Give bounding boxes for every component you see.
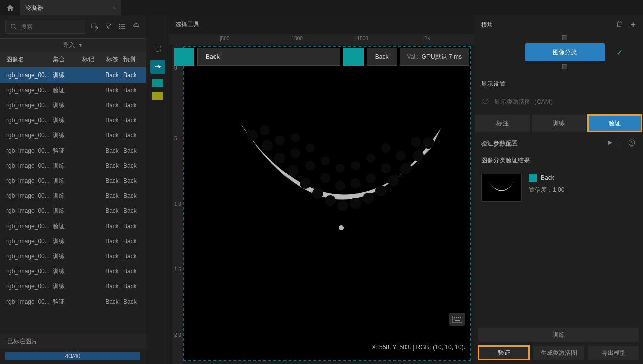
cell-name: rgb_image_00... — [0, 162, 53, 169]
list-icon[interactable] — [118, 22, 126, 32]
cell-set: 训练 — [53, 101, 76, 110]
th-mark[interactable]: 标记 — [76, 55, 101, 64]
node-output — [562, 64, 567, 69]
table-row[interactable]: rgb_image_00...训练BackBack — [0, 279, 146, 294]
table-row[interactable]: rgb_image_00...验证BackBack — [0, 143, 146, 158]
table-row[interactable]: rgb_image_00...验证BackBack — [0, 294, 146, 309]
svg-point-44 — [351, 161, 360, 170]
svg-point-27 — [413, 150, 424, 161]
cell-set: 训练 — [53, 177, 76, 185]
svg-rect-51 — [458, 317, 459, 318]
section-display: 显示设置 — [474, 76, 643, 92]
table-row[interactable]: rgb_image_00...验证BackBack — [0, 219, 146, 234]
search-input[interactable]: 搜索 — [5, 20, 85, 34]
cam-toggle-label[interactable]: 显示类激活图（CAM） — [494, 98, 556, 106]
train-button[interactable]: 训练 — [478, 328, 639, 342]
cell-set: 训练 — [53, 252, 76, 261]
cell-name: rgb_image_00... — [0, 102, 53, 109]
svg-point-37 — [381, 163, 391, 173]
table-row[interactable]: rgb_image_00...训练BackBack — [0, 249, 146, 264]
table-row[interactable]: rgb_image_00...训练BackBack — [0, 113, 146, 128]
th-name[interactable]: 图像名 — [0, 55, 53, 64]
th-pred[interactable]: 预测 — [123, 55, 144, 64]
svg-point-40 — [291, 133, 300, 142]
table-row[interactable]: rgb_image_00...训练BackBack — [0, 98, 146, 113]
close-icon[interactable]: × — [112, 4, 116, 11]
keyboard-icon[interactable] — [449, 313, 465, 326]
result-thumbnail[interactable] — [481, 174, 522, 202]
table-row[interactable]: rgb_image_00...训练BackBack — [0, 264, 146, 279]
image-canvas[interactable] — [183, 46, 471, 361]
module-header: 模块 — [481, 21, 493, 29]
result-label: Back — [541, 174, 554, 181]
table-row[interactable]: rgb_image_00...训练BackBack — [0, 67, 146, 83]
play-icon[interactable]: ▶ — [608, 139, 612, 149]
cell-set: 训练 — [53, 237, 76, 246]
cell-pred: Back — [123, 177, 144, 184]
cell-pred: Back — [123, 147, 144, 154]
tab-validate[interactable]: 验证 — [588, 115, 642, 132]
cell-name: rgb_image_00... — [0, 298, 53, 305]
cell-pred: Back — [123, 132, 144, 139]
cell-pred: Back — [123, 87, 144, 94]
generate-cam-button[interactable]: 生成类激活图 — [533, 346, 584, 360]
cell-name: rgb_image_00... — [0, 132, 53, 139]
import-label: 导入 — [63, 41, 75, 50]
cell-label: Back — [101, 71, 123, 79]
home-icon[interactable] — [0, 0, 20, 15]
cell-name: rgb_image_00... — [0, 177, 53, 184]
canvas-panel: 选择工具 |500 |1000 |1500 |2k 0 5 1 0 1 5 2 … — [169, 15, 474, 364]
th-label[interactable]: 标签 — [101, 55, 123, 64]
svg-point-18 — [300, 178, 311, 189]
cell-label: Back — [101, 268, 123, 275]
cell-label: Back — [101, 162, 123, 169]
tab-train[interactable]: 训练 — [532, 115, 586, 132]
table-row[interactable]: rgb_image_00...训练BackBack — [0, 158, 146, 173]
svg-point-30 — [275, 135, 285, 145]
cell-name: rgb_image_00... — [0, 283, 53, 290]
cell-pred: Back — [123, 117, 144, 124]
color-swatch-olive[interactable] — [152, 92, 163, 100]
image-add-icon[interactable] — [90, 22, 98, 32]
table-row[interactable]: rgb_image_00...验证BackBack — [0, 83, 146, 98]
cell-name: rgb_image_00... — [0, 238, 53, 245]
grid-icon[interactable] — [132, 22, 140, 32]
cell-pred: Back — [123, 207, 144, 214]
svg-point-20 — [325, 195, 336, 206]
tab-label[interactable]: 标注 — [475, 115, 530, 132]
pred-label: Back — [367, 48, 397, 66]
eye-icon[interactable] — [481, 97, 489, 107]
table-row[interactable]: rgb_image_00...训练BackBack — [0, 128, 146, 143]
param-title: 验证参数配置 — [481, 139, 518, 148]
cell-pred: Back — [123, 71, 144, 79]
table-row[interactable]: rgb_image_00...训练BackBack — [0, 234, 146, 249]
table-row[interactable]: rgb_image_00...训练BackBack — [0, 173, 146, 188]
th-set[interactable]: 集合 — [53, 55, 76, 64]
export-model-button[interactable]: 导出模型 — [588, 346, 639, 360]
cell-set: 验证 — [53, 298, 76, 306]
svg-point-41 — [306, 143, 315, 153]
cell-pred: Back — [123, 223, 144, 230]
cell-set: 验证 — [53, 86, 76, 95]
add-icon[interactable]: + — [630, 20, 636, 30]
module-label: 图像分类 — [553, 48, 577, 57]
filter-icon[interactable] — [104, 22, 112, 32]
svg-point-43 — [336, 164, 345, 173]
cell-pred: Back — [123, 238, 144, 245]
cell-label: Back — [101, 147, 123, 154]
history-icon[interactable] — [628, 139, 636, 149]
select-tool[interactable] — [150, 42, 165, 55]
module-classification-button[interactable]: 图像分类 — [525, 43, 605, 61]
svg-point-42 — [321, 156, 330, 165]
trash-icon[interactable] — [615, 20, 623, 30]
table-row[interactable]: rgb_image_00...训练BackBack — [0, 188, 146, 203]
move-tool[interactable] — [150, 60, 165, 74]
cell-label: Back — [101, 87, 123, 94]
color-swatch-teal[interactable] — [152, 79, 163, 87]
svg-point-24 — [375, 185, 386, 196]
gt-label: Back — [197, 48, 340, 66]
document-tab[interactable]: 冷凝器 × — [20, 0, 121, 15]
table-row[interactable]: rgb_image_00...训练BackBack — [0, 203, 146, 219]
validate-button[interactable]: 验证 — [478, 346, 529, 360]
import-button[interactable]: 导入 ▼ — [0, 38, 146, 52]
